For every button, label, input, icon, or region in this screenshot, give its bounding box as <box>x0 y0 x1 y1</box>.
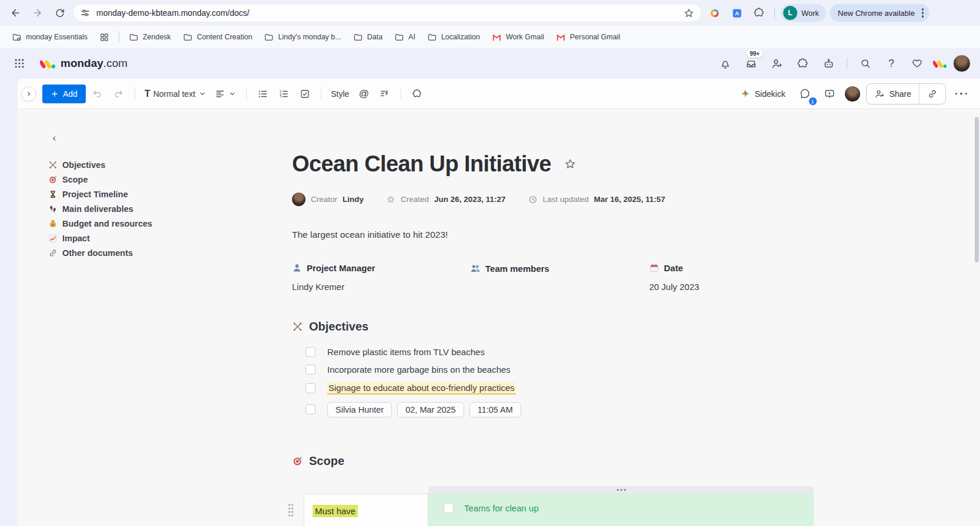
checkbox[interactable] <box>306 347 316 357</box>
extensions-button[interactable] <box>750 4 768 22</box>
checkbox[interactable] <box>444 503 454 513</box>
outline-item-impact[interactable]: Impact <box>47 231 241 245</box>
reload-button[interactable] <box>51 4 69 22</box>
field-team-members[interactable]: Team members <box>470 263 649 274</box>
person-add-icon <box>771 58 783 70</box>
field-team-members-value[interactable] <box>470 282 649 293</box>
bookmark-zendesk[interactable]: Zendesk <box>124 29 176 45</box>
browser-menu-icon[interactable] <box>919 6 926 19</box>
marketplace-button[interactable] <box>793 53 813 73</box>
chevron-left-icon <box>50 134 58 143</box>
outline-item-objectives[interactable]: Objectives <box>47 157 241 172</box>
field-date[interactable]: Date <box>649 263 778 273</box>
scope-heading[interactable]: Scope <box>292 454 833 468</box>
checklist-button[interactable] <box>296 85 314 103</box>
created-label: Created <box>401 195 429 204</box>
must-have-text[interactable]: Must have <box>313 505 358 517</box>
field-project-manager[interactable]: Project Manager <box>292 263 470 273</box>
alignment-dropdown[interactable] <box>212 85 240 103</box>
doc-intro[interactable]: The largest ocean initiative to hit 2023… <box>292 230 833 240</box>
drag-handle[interactable] <box>287 503 294 520</box>
assistant-button[interactable] <box>818 53 838 73</box>
field-project-manager-value[interactable]: Lindy Kremer <box>292 282 470 292</box>
checkbox[interactable] <box>306 383 316 393</box>
address-bar[interactable]: monday-demo-kbteam.monday.com/docs/ <box>73 4 702 22</box>
time-chip[interactable]: 11:05 AM <box>469 402 521 417</box>
bookmark-ai[interactable]: AI <box>390 29 420 45</box>
objectives-heading[interactable]: Objectives <box>292 320 833 333</box>
outline-item-main-deliverables[interactable]: Main deliverables <box>47 201 241 216</box>
checklist-text[interactable]: Remove plastic items from TLV beaches <box>327 347 485 357</box>
collapse-outline-button[interactable] <box>47 132 61 146</box>
site-settings-icon[interactable] <box>80 8 90 18</box>
whats-new-button[interactable] <box>907 53 927 73</box>
invite-members-button[interactable] <box>767 53 787 73</box>
person-chip[interactable]: Silvia Hunter <box>327 402 392 417</box>
outline-item-project-timeline[interactable]: Project Timeline <box>47 187 241 201</box>
url-text[interactable]: monday-demo-kbteam.monday.com/docs/ <box>96 8 677 18</box>
outline-item-other-documents[interactable]: Other documents <box>47 245 241 260</box>
comments-button[interactable]: 1 <box>796 85 814 103</box>
vertical-scrollbar[interactable] <box>975 117 979 262</box>
expand-sidebar-button[interactable] <box>21 86 36 102</box>
update-label: New Chrome available <box>838 9 915 18</box>
scope-cell-must-have[interactable]: Must have <box>304 494 428 526</box>
more-options-button[interactable] <box>952 85 971 103</box>
checkbox[interactable] <box>306 404 316 414</box>
scope-task-text[interactable]: Teams for clean up <box>464 503 539 513</box>
bookmark-localization[interactable]: Localization <box>422 29 485 45</box>
bookmark-data[interactable]: Data <box>348 29 387 45</box>
person-add-icon <box>874 89 885 99</box>
monday-logo[interactable]: monday.com <box>40 57 127 70</box>
chrome-update-button[interactable]: New Chrome available <box>830 4 929 22</box>
bookmark-lindys-monday[interactable]: Lindy's monday b... <box>259 29 345 45</box>
mention-button[interactable]: @ <box>354 85 373 103</box>
outline-item-scope[interactable]: Scope <box>47 172 241 187</box>
date-chip[interactable]: 02, Mar 2025 <box>397 402 464 417</box>
outline-label: Project Timeline <box>62 190 128 199</box>
inbox-button[interactable]: 99+ <box>741 53 761 73</box>
updated-value: Mar 16, 2025, 11:57 <box>594 195 666 204</box>
notifications-button[interactable] <box>715 53 735 73</box>
checklist-text[interactable]: Incorporate more garbage bins on the bea… <box>327 365 511 375</box>
bookmark-work-gmail[interactable]: Work Gmail <box>487 29 549 45</box>
translate-button[interactable] <box>727 4 746 22</box>
apps-grid-button[interactable] <box>9 53 29 73</box>
bookmark-content-creation[interactable]: Content Creation <box>178 29 257 45</box>
bookmark-personal-gmail[interactable]: Personal Gmail <box>551 29 625 45</box>
collaborator-avatar[interactable] <box>845 86 860 102</box>
undo-button[interactable] <box>88 85 107 103</box>
numbered-list-icon <box>278 89 289 99</box>
back-button[interactable] <box>6 4 25 22</box>
profile-chip[interactable]: L Work <box>781 4 826 22</box>
ai-writer-button[interactable] <box>375 85 394 103</box>
outline-item-budget[interactable]: Budget and resources <box>47 216 241 231</box>
share-button[interactable]: Share <box>867 84 919 104</box>
bookmark-apps-grid[interactable] <box>95 29 114 45</box>
forward-button[interactable] <box>28 4 47 22</box>
checklist-text-highlighted[interactable]: Signage to educate about eco-friendly pr… <box>327 382 516 394</box>
field-date-value[interactable]: 20 July 2023 <box>649 282 778 292</box>
bullet-list-button[interactable] <box>253 85 272 103</box>
redo-button[interactable] <box>109 85 128 103</box>
toolbar-separator <box>135 87 135 101</box>
style-button[interactable]: Style <box>328 85 352 103</box>
numbered-list-button[interactable] <box>274 85 293 103</box>
present-button[interactable] <box>820 85 839 103</box>
column-menu-bar[interactable] <box>428 486 814 494</box>
bookmark-star-icon[interactable] <box>683 8 694 19</box>
doc-title[interactable]: Ocean Clean Up Initiative <box>292 151 551 177</box>
copy-link-button[interactable] <box>919 84 945 104</box>
bookmark-monday-essentials[interactable]: monday Essentials <box>7 29 92 45</box>
help-button[interactable]: ? <box>881 53 901 73</box>
scope-cell-tasks[interactable]: Teams for clean up <box>428 494 814 526</box>
extension-color-icon[interactable] <box>705 4 724 22</box>
checkbox[interactable] <box>306 365 316 375</box>
doc-apps-button[interactable] <box>408 85 427 103</box>
add-button[interactable]: Add <box>42 85 86 103</box>
favorite-star-icon[interactable] <box>564 158 576 170</box>
user-avatar[interactable] <box>953 55 971 72</box>
sidekick-button[interactable]: Sidekick <box>736 85 790 102</box>
search-button[interactable] <box>855 53 875 73</box>
text-style-dropdown[interactable]: T Normal text <box>142 85 210 103</box>
